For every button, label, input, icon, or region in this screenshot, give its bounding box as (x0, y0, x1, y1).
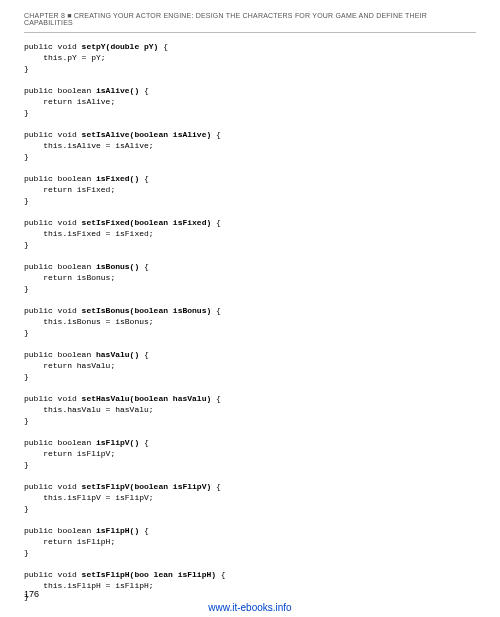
code-line: public void (24, 570, 82, 579)
code-bold: isAlive() (96, 86, 139, 95)
code-line: { (158, 42, 168, 51)
code-line: } (24, 196, 29, 205)
code-line: } (24, 416, 29, 425)
chapter-title: CREATING YOUR ACTOR ENGINE: DESIGN THE C… (24, 12, 427, 26)
code-line: this.isAlive = isAlive; (24, 141, 154, 150)
code-line: this.isFlipH = isFlipH; (24, 581, 154, 590)
code-bold: isBonus() (96, 262, 139, 271)
code-line: { (139, 86, 149, 95)
code-line: { (139, 438, 149, 447)
code-line: { (139, 174, 149, 183)
code-line: { (211, 394, 221, 403)
footer-link-anchor[interactable]: www.it-ebooks.info (208, 602, 291, 613)
code-line: } (24, 108, 29, 117)
code-bold: setIsFixed(boolean isFixed) (82, 218, 212, 227)
code-bold: isFlipH() (96, 526, 139, 535)
code-block: public void setpY(double pY) { this.pY =… (24, 41, 476, 602)
code-bold: setIsBonus(boolean isBonus) (82, 306, 212, 315)
code-line: } (24, 504, 29, 513)
code-line: this.hasValu = hasValu; (24, 405, 154, 414)
code-line: } (24, 240, 29, 249)
code-line: this.pY = pY; (24, 53, 106, 62)
code-line: { (211, 306, 221, 315)
code-line: public boolean (24, 86, 96, 95)
code-bold: setHasValu(boolean hasValu) (82, 394, 212, 403)
code-line: return hasValu; (24, 361, 115, 370)
code-bold: hasValu() (96, 350, 139, 359)
code-line: { (216, 570, 226, 579)
code-line: public void (24, 218, 82, 227)
code-line: { (139, 262, 149, 271)
page-number: 176 (24, 589, 39, 599)
code-line: public boolean (24, 262, 96, 271)
code-line: public boolean (24, 174, 96, 183)
code-line: { (139, 350, 149, 359)
code-line: { (211, 482, 221, 491)
code-line: public void (24, 306, 82, 315)
code-line: return isFixed; (24, 185, 115, 194)
code-line: this.isFixed = isFixed; (24, 229, 154, 238)
code-line: this.isFlipV = isFlipV; (24, 493, 154, 502)
code-bold: setIsAlive(boolean isAlive) (82, 130, 212, 139)
code-line: public boolean (24, 438, 96, 447)
code-line: public boolean (24, 526, 96, 535)
code-line: } (24, 372, 29, 381)
code-line: return isFlipV; (24, 449, 115, 458)
code-line: } (24, 284, 29, 293)
code-bold: setpY(double pY) (82, 42, 159, 51)
code-bold: isFlipV() (96, 438, 139, 447)
code-line: public void (24, 482, 82, 491)
code-line: } (24, 548, 29, 557)
code-line: public void (24, 42, 82, 51)
book-page: CHAPTER 8 ■ CREATING YOUR ACTOR ENGINE: … (0, 0, 500, 617)
code-line: } (24, 152, 29, 161)
chapter-prefix: CHAPTER 8 (24, 12, 67, 19)
divider (24, 32, 476, 33)
code-line: } (24, 328, 29, 337)
code-line: } (24, 64, 29, 73)
code-line: { (211, 218, 221, 227)
chapter-header: CHAPTER 8 ■ CREATING YOUR ACTOR ENGINE: … (24, 12, 476, 26)
code-bold: setIsFlipH(boo lean isFlipH) (82, 570, 216, 579)
code-line: public boolean (24, 350, 96, 359)
code-line: public void (24, 130, 82, 139)
code-line: return isBonus; (24, 273, 115, 282)
footer-link: www.it-ebooks.info (0, 602, 500, 613)
code-line: public void (24, 394, 82, 403)
code-line: { (139, 526, 149, 535)
code-line: return isAlive; (24, 97, 115, 106)
code-line: return isFlipH; (24, 537, 115, 546)
code-line: } (24, 460, 29, 469)
code-bold: isFixed() (96, 174, 139, 183)
code-bold: setIsFlipV(boolean isFlipV) (82, 482, 212, 491)
code-line: { (211, 130, 221, 139)
code-line: this.isBonus = isBonus; (24, 317, 154, 326)
